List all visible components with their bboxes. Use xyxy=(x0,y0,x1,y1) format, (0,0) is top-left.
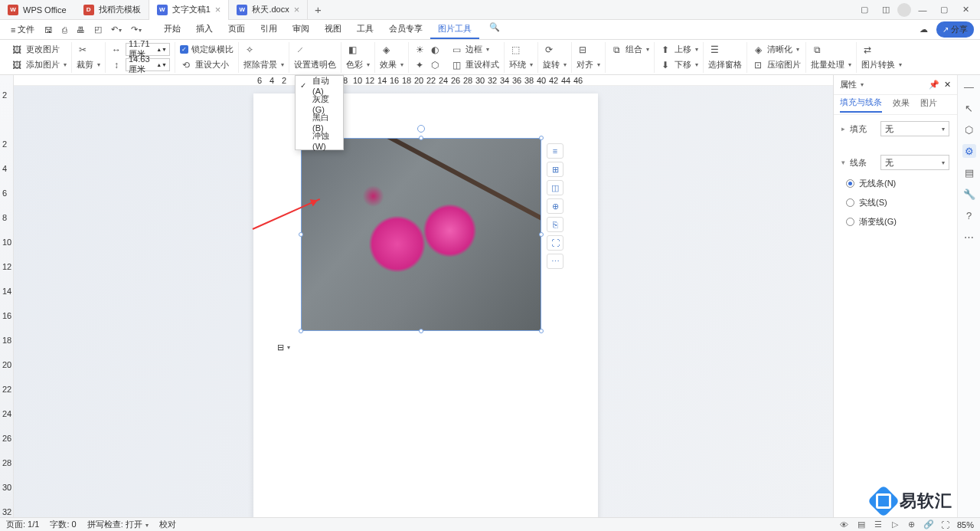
radio-solid-line[interactable]: 实线(S) xyxy=(841,197,949,208)
group-button[interactable]: ⧉组合▾ xyxy=(610,43,649,57)
copy-button[interactable]: ⎘ xyxy=(547,217,564,232)
redo-button[interactable]: ↷▾ xyxy=(127,22,145,37)
transparent-button[interactable]: ⟋ xyxy=(294,43,336,57)
layout-icon[interactable]: ▢ xyxy=(854,2,874,18)
fit-icon[interactable]: ⛶ xyxy=(940,520,951,530)
remove-bg-button[interactable]: ✧ xyxy=(243,43,284,57)
sparkle-icon[interactable]: ✦ xyxy=(413,59,426,71)
resize-handle[interactable] xyxy=(419,329,423,333)
view-link-icon[interactable]: 🔗 xyxy=(923,520,934,530)
maximize-button[interactable]: ▢ xyxy=(934,2,954,18)
more-tool-icon[interactable]: ⋯ xyxy=(962,230,976,244)
layout-options-button[interactable]: ≡ xyxy=(547,143,564,159)
view-page-icon[interactable]: ▤ xyxy=(856,520,867,530)
layers-tool-icon[interactable]: ▤ xyxy=(962,166,976,179)
align-button[interactable]: ⊟ xyxy=(577,43,600,57)
adjust-icon[interactable]: ⬡ xyxy=(429,59,441,71)
fill-select[interactable]: 无▾ xyxy=(880,121,949,136)
view-read-icon[interactable]: ▷ xyxy=(890,520,900,530)
tab-tools[interactable]: 工具 xyxy=(349,20,381,39)
clarity-button[interactable]: ◈清晰化▾ xyxy=(752,43,801,57)
tab-picture-tools[interactable]: 图片工具 xyxy=(430,20,479,39)
close-panel-icon[interactable]: ✕ xyxy=(944,80,951,90)
border-button[interactable]: ▭边框▾ xyxy=(450,43,499,57)
export-icon[interactable]: ⎙ xyxy=(58,23,71,37)
tab-reference[interactable]: 引用 xyxy=(253,20,285,39)
tab-review[interactable]: 审阅 xyxy=(285,20,317,39)
view-web-icon[interactable]: ⊕ xyxy=(906,520,917,530)
move-down-button[interactable]: ⬇下移▾ xyxy=(659,58,698,72)
canvas[interactable]: 6422468101214161820222426283032343638404… xyxy=(14,75,833,517)
resize-handle[interactable] xyxy=(419,136,423,140)
wrap-options-button[interactable]: ⊞ xyxy=(547,162,564,177)
color-grayscale[interactable]: 灰度(G) xyxy=(296,94,343,113)
view-eye-icon[interactable]: 👁 xyxy=(839,520,850,530)
resize-handle[interactable] xyxy=(299,329,303,333)
reset-style-button[interactable]: ◫重设样式 xyxy=(450,58,499,72)
tab-start[interactable]: 开始 xyxy=(156,20,188,39)
close-button[interactable]: ✕ xyxy=(956,2,975,18)
more-button[interactable]: ⋯ xyxy=(547,254,564,269)
panel-tab-effect[interactable]: 效果 xyxy=(893,97,910,112)
tab-doc1[interactable]: W文字文稿1× xyxy=(149,0,230,20)
rotate-handle[interactable] xyxy=(417,125,425,133)
undo-button[interactable]: ↶▾ xyxy=(107,22,126,37)
convert-button[interactable]: ⇄ xyxy=(861,43,902,57)
brightness-icon[interactable]: ☀ xyxy=(413,44,426,56)
expand-button[interactable]: ⛶ xyxy=(547,235,564,251)
wrap-button[interactable]: ⬚ xyxy=(509,43,533,57)
move-up-button[interactable]: ⬆上移▾ xyxy=(659,43,698,57)
resize-handle[interactable] xyxy=(539,329,544,333)
select-tool-icon[interactable]: ↖ xyxy=(962,101,976,115)
line-select[interactable]: 无▾ xyxy=(880,155,949,170)
print-icon[interactable]: 🖶 xyxy=(73,23,89,37)
tab-insert[interactable]: 插入 xyxy=(188,20,220,39)
tab-page[interactable]: 页面 xyxy=(220,20,253,39)
proofing[interactable]: 校对 xyxy=(159,519,176,530)
reset-size-button[interactable]: ⟲重设大小 xyxy=(180,58,234,72)
color-blackwhite[interactable]: 黑白(B) xyxy=(296,113,343,131)
resize-handle[interactable] xyxy=(299,232,303,237)
tab-autumn[interactable]: W秋天.docx× xyxy=(229,0,308,20)
batch-button[interactable]: ⧉ xyxy=(811,43,851,57)
close-icon[interactable]: × xyxy=(215,4,221,15)
help-tool-icon[interactable]: ? xyxy=(962,208,976,222)
effect-button[interactable]: ◈ xyxy=(380,43,403,57)
avatar-icon[interactable] xyxy=(897,3,911,17)
crop-button[interactable]: ✂ xyxy=(77,43,100,57)
radio-gradient-line[interactable]: 渐变线(G) xyxy=(841,216,949,228)
file-menu[interactable]: ≡文件 xyxy=(6,21,39,38)
shape-tool-icon[interactable]: ⬡ xyxy=(962,123,976,136)
add-tab-button[interactable]: + xyxy=(308,3,328,16)
resize-handle[interactable] xyxy=(539,136,544,140)
radio-no-line[interactable]: 无线条(N) xyxy=(841,178,949,189)
spellcheck-status[interactable]: 拼写检查: 打开 ▾ xyxy=(87,519,149,530)
preview-icon[interactable]: ◰ xyxy=(90,22,106,37)
settings-tool-icon[interactable]: ⚙ xyxy=(962,144,976,158)
color-button[interactable]: ◧ xyxy=(346,43,370,57)
panel-tab-picture[interactable]: 图片 xyxy=(920,97,937,112)
share-button[interactable]: ↗ 分享 xyxy=(936,21,974,38)
minimize-panel-icon[interactable]: — xyxy=(962,80,976,93)
zoom-button[interactable]: ⊕ xyxy=(547,198,564,214)
color-washout[interactable]: 冲蚀(W) xyxy=(296,131,343,149)
view-outline-icon[interactable]: ☰ xyxy=(873,520,884,530)
cube-icon[interactable]: ◫ xyxy=(876,2,896,18)
selected-image[interactable]: ≡ ⊞ ◫ ⊕ ⎘ ⛶ ⋯ xyxy=(301,138,541,331)
compress-button[interactable]: ⊡压缩图片 xyxy=(752,58,801,72)
close-icon[interactable]: × xyxy=(294,4,300,15)
panel-tab-fill[interactable]: 填充与线条 xyxy=(840,97,882,113)
word-count[interactable]: 字数: 0 xyxy=(50,519,76,530)
search-icon[interactable]: 🔍 xyxy=(485,20,504,39)
color-auto[interactable]: ✓自动(A) xyxy=(296,76,343,94)
lock-ratio-checkbox[interactable]: ✓锁定纵横比 xyxy=(180,43,234,57)
wrench-tool-icon[interactable]: 🔧 xyxy=(962,187,976,201)
height-input[interactable]: 14.63厘米▲▼ xyxy=(126,58,170,71)
tab-template[interactable]: D找稻壳模板 xyxy=(76,0,149,20)
zoom-level[interactable]: 85% xyxy=(957,520,974,529)
resize-handle[interactable] xyxy=(539,232,544,237)
rotate-button[interactable]: ⟳ xyxy=(543,43,567,57)
cloud-icon[interactable]: ☁ xyxy=(916,22,932,37)
tab-view[interactable]: 视图 xyxy=(317,20,349,39)
crop-tool-button[interactable]: ◫ xyxy=(547,180,564,195)
